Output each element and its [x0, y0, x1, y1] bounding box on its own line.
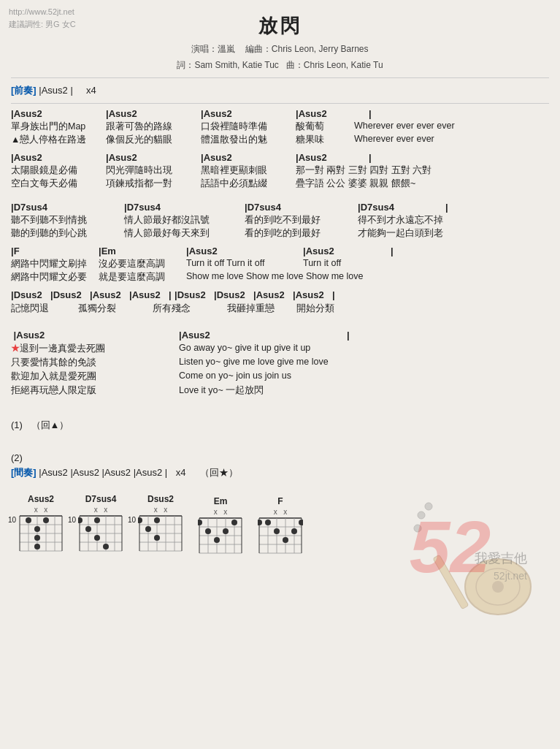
svg-point-36 [85, 526, 91, 532]
ch2-l2-3: Show me love Show me love Show me love [186, 271, 363, 284]
v2-l1-4: 那一對 兩對 三對 四對 五對 六對 [296, 164, 431, 177]
chorus1-block: |D7sus4 |D7sus4 |D7sus4 |D7sus4 | 聽不到聽不到… [11, 202, 549, 240]
svg-point-69 [214, 537, 220, 543]
svg-point-2 [492, 581, 504, 593]
v2-l2-3: 話語中必須點綴 [201, 178, 296, 190]
ou-l3-1: 歡迎加入就是愛死團 [11, 370, 179, 383]
svg-point-21 [34, 535, 40, 541]
ou-c3: | [347, 330, 350, 341]
br-c4: |Asus2 [129, 289, 166, 300]
repeat1-section: (1) （回▲） [11, 419, 549, 432]
v1-l1-5: Wherever ever ever ever [354, 121, 455, 133]
ch1-l1-3: 看的到吃不到最好 [245, 214, 358, 227]
verse2-block: |Asus2 |Asus2 |Asus2 |Asus2 | 太陽眼鏡是必備 閃光… [11, 152, 549, 190]
svg-point-67 [205, 528, 211, 534]
ch2-l1-2: 沒必要這麼高調 [99, 258, 186, 270]
v2-l2-1: 空白文每天必備 [11, 178, 106, 190]
svg-point-85 [274, 528, 280, 534]
br-c3: |Asus2 [90, 289, 126, 300]
chord-diagrams: Asus2 x x 10 [11, 494, 549, 560]
br-l3: 所有殘念 [153, 303, 191, 315]
credits-line: 詞：Sam Smith, Katie Tuc 曲：Chris Leon, Kat… [11, 58, 549, 74]
ch2-c1: |F [11, 246, 99, 256]
interlude-label: [間奏] [11, 467, 37, 478]
svg-point-18 [26, 517, 31, 523]
v1-c3: |Asus2 [201, 108, 296, 119]
repeat1-label: (1) [11, 419, 23, 430]
performer-line: 演唱：溫嵐 編曲：Chris Leon, Jerry Barnes [11, 42, 549, 58]
intro-section: [前奏] |Asus2 | x4 [11, 84, 549, 97]
ch1-l2-3: 看的到吃的到最好 [245, 227, 358, 240]
ch1-c1: |D7sus4 [11, 202, 124, 213]
intro-label: [前奏] [11, 85, 37, 96]
verse1-block: |Asus2 |Asus2 |Asus2 |Asus2 | 單身族出門的Map … [11, 108, 549, 146]
song-header: 放閃 演唱：溫嵐 編曲：Chris Leon, Jerry Barnes 詞：S… [11, 7, 549, 73]
ou-l4-2: Love it yo~ 一起放閃 [179, 384, 264, 397]
ou-l1-1: ★退到一邊真愛去死團 [11, 343, 179, 355]
svg-point-68 [223, 528, 229, 534]
svg-point-19 [43, 517, 49, 523]
diagram-d7sus4: D7sus4 x x 10 [78, 494, 123, 560]
svg-point-65 [198, 520, 202, 525]
br-c2: |Dsus2 [50, 289, 87, 300]
repeat1-text: （回▲） [31, 419, 69, 430]
repeat2-section: (2) [間奏] |Asus2 |Asus2 |Asus2 |Asus2 | x… [11, 452, 549, 479]
svg-point-38 [103, 544, 109, 550]
svg-point-84 [291, 528, 297, 534]
ch1-c5: | [445, 202, 448, 213]
ch1-l2-2: 情人節最好每天來到 [124, 227, 245, 240]
ch2-l2-2: 就是要這麼高調 [99, 271, 186, 284]
svg-point-52 [145, 526, 151, 532]
ch2-l1-4: Turn it off [303, 258, 341, 270]
svg-point-51 [154, 517, 160, 523]
ch2-l2-1: 網路中閃耀文必要 [11, 271, 99, 284]
svg-point-53 [154, 535, 160, 541]
br-c7: |Asus2 [253, 289, 290, 300]
top-divider [11, 77, 549, 78]
svg-point-82 [299, 520, 303, 525]
divider-1 [11, 103, 549, 104]
ch2-l1-1: 網路中閃耀文刷掉 [11, 258, 99, 270]
interlude-repeat: x4 [176, 467, 186, 478]
interlude-coda: （回★） [200, 467, 238, 478]
svg-point-37 [94, 535, 100, 541]
v1-l2-4: 糖果味 [296, 134, 354, 146]
br-pipe2: | [332, 289, 335, 300]
svg-point-35 [94, 517, 100, 523]
svg-point-20 [34, 526, 40, 532]
diagram-asus2: Asus2 x x 10 [18, 494, 64, 560]
v1-l2-1: ▲戀人停格在路邊 [11, 134, 106, 146]
br-l5: 開始分類 [296, 303, 334, 315]
v2-l2-2: 項鍊戒指都一對 [106, 178, 201, 190]
ch1-l2-4: 才能夠一起白頭到老 [358, 227, 443, 240]
v1-l1-1: 單身族出門的Map [11, 121, 106, 133]
v2-c4: |Asus2 [296, 152, 369, 163]
diagram-em: Em x x [198, 496, 243, 560]
ou-l4-1: 拒絕再玩戀人限定版 [11, 384, 179, 397]
v1-c1: |Asus2 [11, 108, 106, 119]
intro-x4: x4 [86, 85, 96, 96]
ou-l2-2: Listen yo~ give me love give me love [179, 357, 329, 369]
v1-l2-2: 像個反光的貓眼 [106, 134, 201, 146]
br-c6: |Dsus2 [214, 289, 250, 300]
ch1-c2: |D7sus4 [124, 202, 245, 213]
svg-point-22 [34, 544, 40, 550]
watermark-text: http://www.52jt.net 建議調性: 男G 女C [9, 6, 76, 30]
v1-l1-2: 跟著可魯的路線 [106, 121, 201, 133]
v1-c2: |Asus2 [106, 108, 201, 119]
intro-chords: |Asus2 | [39, 85, 73, 96]
v1-l2-5: Wherever ever ever [354, 134, 434, 146]
song-title: 放閃 [11, 13, 549, 39]
br-pipe1: | [169, 289, 172, 300]
interlude-chords: |Asus2 |Asus2 |Asus2 |Asus2 | [39, 467, 167, 478]
ch2-c4: |Asus2 [303, 246, 391, 256]
v1-c4: |Asus2 [296, 108, 369, 119]
ou-l2-1: 只要愛情其餘的免談 [11, 357, 179, 369]
v2-c1: |Asus2 [11, 152, 106, 163]
ch1-l1-1: 聽不到聽不到情挑 [11, 214, 124, 227]
diagram-dsus2: Dsus2 x x 10 [138, 494, 183, 560]
br-c8: |Asus2 [293, 289, 329, 300]
br-l4: 我砸掉重戀 [227, 303, 275, 315]
v2-l2-4: 疊字語 公公 婆婆 親親 餵餵~ [296, 178, 415, 190]
ch1-l1-4: 得不到才永遠忘不掉 [358, 214, 443, 227]
